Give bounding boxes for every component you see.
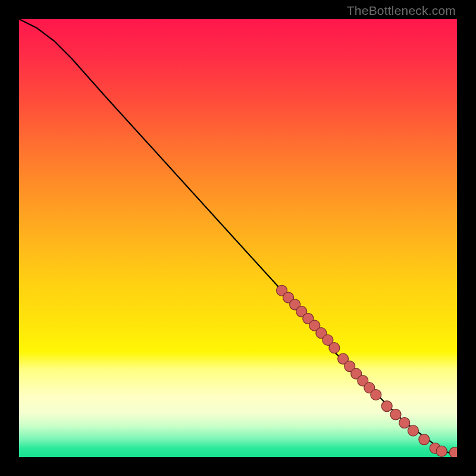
bottleneck-curve (19, 19, 457, 453)
data-marker (408, 425, 418, 436)
data-marker (371, 390, 381, 400)
data-marker (381, 401, 392, 412)
watermark-text: TheBottleneck.com (347, 4, 456, 18)
data-marker (390, 409, 401, 420)
data-marker (436, 446, 447, 456)
plot-area (19, 19, 457, 457)
data-marker (449, 447, 457, 457)
marker-layer (277, 285, 457, 457)
data-marker (329, 343, 340, 353)
chart-svg (19, 19, 457, 457)
chart-frame: TheBottleneck.com (0, 0, 476, 476)
data-marker (419, 434, 430, 445)
data-marker (399, 418, 410, 428)
